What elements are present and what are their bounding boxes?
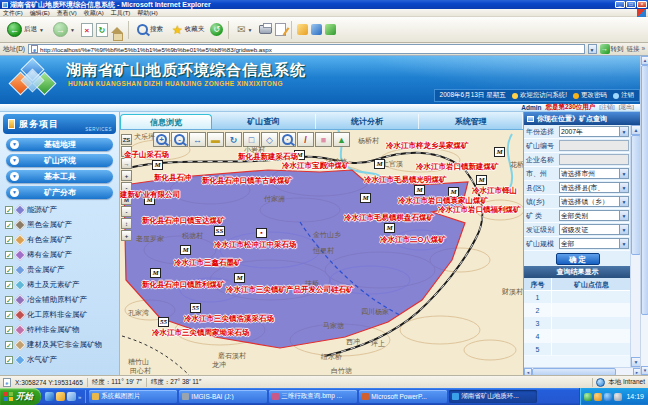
back-dropdown-icon[interactable]: ▼ (39, 27, 44, 33)
close-button[interactable]: × (637, 1, 647, 8)
mine-label[interactable]: 冷水江市三尖镇矿产品开发公司硅石矿 (226, 285, 354, 295)
layer-checkbox[interactable] (5, 266, 13, 274)
search-button[interactable]: 搜索 (134, 19, 166, 41)
layers-icon[interactable]: ▲ (333, 132, 350, 147)
mine-marker[interactable]: 55 (158, 317, 169, 327)
dropdown-arrow-icon[interactable] (619, 183, 628, 192)
refresh-button[interactable]: ↻ (96, 23, 108, 37)
field-select[interactable]: 全部类别 (559, 210, 629, 221)
layer-checkbox[interactable] (5, 356, 13, 364)
tab-2[interactable]: 统计分析 (316, 114, 420, 129)
dropdown-arrow-icon[interactable] (619, 127, 628, 136)
mine-marker[interactable]: 55 (190, 303, 201, 313)
field-select[interactable]: 2007年 (559, 126, 629, 137)
menu-item-4[interactable]: 工具(T) (111, 9, 131, 17)
tab-0[interactable]: 信息浏览 (120, 114, 212, 129)
start-button[interactable]: 开始 (0, 388, 41, 405)
scroll-down-icon[interactable]: ▼ (641, 366, 648, 375)
layer-item-2[interactable]: 有色金属矿产 (0, 232, 119, 247)
map-canvas[interactable]: +-↔▬↻□◇·/■▲ ZS+→+-M-↕+ 犬乐坪杨桥村小岩村渣渡镇上官溪花桥… (120, 130, 523, 375)
mine-label[interactable]: 冷水江市三尖镇周家坳采石场 (152, 328, 250, 338)
layer-item-8[interactable]: 特种非金属矿物 (0, 322, 119, 337)
logoff-link[interactable]: 注销 (613, 91, 634, 100)
mine-marker[interactable]: M (384, 223, 395, 233)
change-password-link[interactable]: 更改密码 (573, 91, 607, 100)
sidebar-section-0[interactable]: ▼基础地理 (6, 138, 113, 151)
security-shield-icon[interactable] (584, 393, 592, 401)
mine-marker[interactable]: M (152, 160, 163, 170)
tab-1[interactable]: 矿山查询 (212, 114, 316, 129)
layer-item-10[interactable]: 水气矿产 (0, 352, 119, 367)
back-button[interactable]: ← 后退 ▼ (4, 19, 47, 41)
mine-marker[interactable]: M (494, 147, 505, 157)
dropdown-arrow-icon[interactable] (619, 211, 628, 220)
home-button[interactable] (111, 27, 123, 33)
sidebar-section-3[interactable]: ▼矿产分布 (6, 186, 113, 199)
stop-button[interactable]: × (81, 23, 93, 37)
result-row[interactable]: 1 (524, 291, 631, 304)
mine-label[interactable]: 冷水江市宝殿冲煤矿 (282, 161, 350, 171)
mine-marker[interactable]: M (234, 273, 245, 283)
dropdown-arrow-icon[interactable] (619, 197, 628, 206)
maximize-button[interactable]: □ (626, 1, 636, 8)
outlook-quicklaunch-icon[interactable] (56, 392, 65, 401)
mine-marker[interactable]: M (150, 268, 161, 278)
sidebar-section-1[interactable]: ▼矿山环境 (6, 154, 113, 167)
dropdown-arrow-icon[interactable] (619, 239, 628, 248)
result-row[interactable]: 5 (524, 343, 631, 356)
zoom-in-icon[interactable]: + (153, 132, 170, 147)
mine-label[interactable]: 冷水江市岩口镇新建煤矿 (416, 162, 499, 172)
mine-label[interactable]: 冷水江市毛易镇棋盘石煤矿 (344, 213, 434, 223)
mine-marker[interactable]: SS (214, 226, 225, 236)
menu-item-1[interactable]: 编辑(E) (30, 9, 50, 17)
mine-label[interactable]: 新化县石冲口镇胜利煤矿 (142, 280, 225, 290)
menu-item-0[interactable]: 文件(F) (3, 9, 23, 17)
print-button[interactable] (259, 25, 272, 34)
result-row[interactable]: 4 (524, 330, 631, 343)
messenger-tool-icon[interactable] (325, 24, 336, 35)
result-row[interactable]: 2 (524, 304, 631, 317)
dropdown-arrow-icon[interactable] (619, 225, 628, 234)
draw-line-icon[interactable]: / (297, 132, 314, 147)
measure-icon[interactable]: ▬ (207, 132, 224, 147)
mine-label[interactable]: 冷水江市毛易镇光明煤矿 (364, 175, 447, 185)
map-nav-button-8[interactable]: + (121, 230, 132, 241)
field-select[interactable]: 请选择镇（乡） (559, 196, 629, 207)
field-input[interactable] (559, 154, 629, 165)
pan-icon[interactable]: ↔ (189, 132, 206, 147)
results-horizontal-scrollbar[interactable]: ◄ ► (524, 367, 641, 375)
menu-item-5[interactable]: 帮助(H) (137, 9, 157, 17)
map-nav-button-7[interactable]: ↕ (121, 218, 132, 229)
discuss-tool-icon[interactable] (311, 24, 322, 35)
mine-label[interactable]: 新化县石冲口镇羊古岭煤矿 (202, 176, 292, 186)
mine-label[interactable]: 新化县石冲 (154, 173, 192, 183)
edit-button[interactable] (275, 23, 286, 36)
history-button[interactable]: ↺ (210, 23, 223, 36)
task-button-1[interactable]: IMGIS-BAI (J:) (179, 390, 267, 403)
go-button[interactable]: → 转到 (600, 44, 624, 54)
submit-button[interactable]: 确 定 (556, 253, 600, 265)
dropdown-arrow-icon[interactable] (619, 169, 628, 178)
mine-label[interactable]: 冷水江市三尖镇浩溪采石场 (184, 314, 274, 324)
field-select[interactable]: 全部 (559, 238, 629, 249)
clock[interactable]: 14:19 (626, 393, 644, 400)
ie-quicklaunch-icon[interactable] (45, 392, 54, 401)
mine-label[interactable]: 冷水江市铎山 (472, 186, 517, 196)
task-button-3[interactable]: Microsoft PowerP... (359, 390, 447, 403)
address-input[interactable]: e http://localhost/%e7%9f%bf%e5%b1%b1%e5… (28, 44, 585, 54)
mine-label[interactable]: 新化县石冲口镇宝达煤矿 (142, 216, 225, 226)
quicklaunch-overflow-icon[interactable]: » (78, 394, 81, 400)
mine-marker[interactable]: M (180, 245, 191, 255)
map-nav-button-3[interactable]: + (121, 170, 132, 181)
logout-link[interactable]: [注销] (599, 103, 614, 112)
task-button-4[interactable]: 湖南省矿山地质环... (449, 390, 537, 403)
exit-link[interactable]: [退出] (619, 103, 634, 112)
layer-checkbox[interactable] (5, 296, 13, 304)
layer-item-9[interactable]: 建材及其它非金属矿物 (0, 337, 119, 352)
mine-label[interactable]: 冷水江市二O八煤矿 (380, 235, 446, 245)
mine-label[interactable]: 冷水江市松冲江中采石场 (214, 240, 297, 250)
mine-label[interactable]: 冷水江市岩口镇福利煤矿 (438, 205, 521, 215)
layer-item-0[interactable]: 能源矿产 (0, 202, 119, 217)
layer-item-5[interactable]: 稀土及元素矿产 (0, 277, 119, 292)
layer-checkbox[interactable] (5, 206, 13, 214)
